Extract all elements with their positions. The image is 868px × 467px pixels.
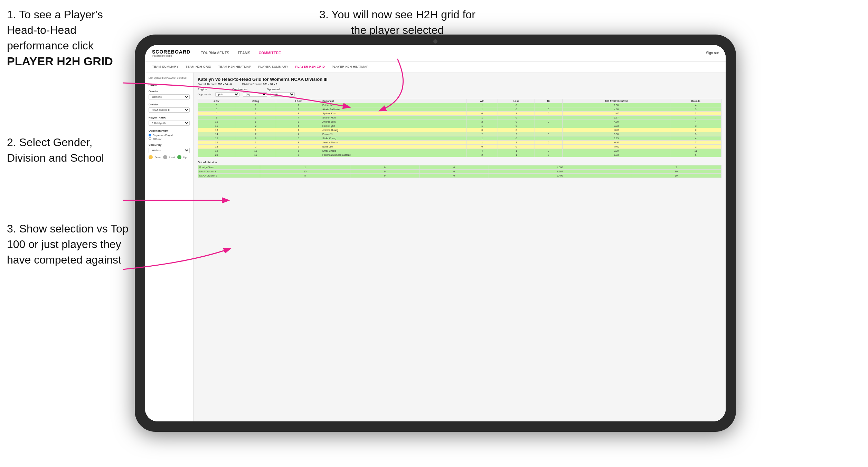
col-rounds: Rounds — [670, 99, 721, 103]
table-row: 16 1 3 Jessica Mason 1 2 0 -0.94 7 — [198, 141, 721, 145]
col-tie: Tie — [535, 99, 563, 103]
table-row: 13 1 1 Jessica Huang 0 0 -3.00 2 — [198, 128, 721, 132]
out-table-row: NAIA Division 1 15 0 0 9.267 30 — [198, 170, 721, 174]
table-row: 20 11 7 Federica Domecq Lacroze 2 1 0 1.… — [198, 153, 721, 157]
table-row: 18 2 2 Euna Lee 0 0 -5.00 2 — [198, 145, 721, 149]
filter-row: Opponents: (All) (All) (All) — [198, 92, 721, 97]
instruction-step3-top: 3. You will now see H2H grid for the pla… — [311, 7, 484, 38]
sidebar-division-label: Division — [149, 103, 190, 106]
col-opponent: Opponent — [321, 99, 466, 103]
sidebar: Last Updated: 27/03/2024 16:55:38 Player… — [145, 73, 194, 421]
tablet-device: SCOREBOARD Powered by clippd TOURNAMENTS… — [135, 35, 736, 432]
logo-text: SCOREBOARD — [152, 49, 190, 55]
opponent-view-radio-group: Opponents Played Top 100 — [149, 134, 190, 140]
sidebar-player-label: Player — [149, 83, 190, 86]
legend-up-label: Up — [183, 156, 187, 159]
filter-headers: Region Conference Opponent — [198, 88, 721, 91]
sidebar-player-section: Player — [149, 83, 190, 86]
main-content: Last Updated: 27/03/2024 16:55:38 Player… — [145, 73, 726, 421]
sidebar-colour-by-section: Colour by Win/loss Down Level Up — [149, 143, 190, 159]
col-win: Win — [466, 99, 498, 103]
sidebar-player-rank-section: Player (Rank) 8. Katelyn Vo — [149, 116, 190, 126]
opponents-label: Opponents: — [198, 93, 212, 96]
grid-title: Katelyn Vo Head-to-Head Grid for Women's… — [198, 77, 721, 82]
out-table-row: NCAA Division 2 5 0 0 7.400 10 — [198, 174, 721, 178]
right-content: Katelyn Vo Head-to-Head Grid for Women's… — [194, 73, 726, 421]
nav-links: TOURNAMENTS TEAMS COMMITTEE — [201, 51, 706, 55]
instruction-step1: 1. To see a Player's Head-to-Head perfor… — [7, 7, 131, 70]
out-table-row: Foreign Team 1 0 0 4.500 2 — [198, 165, 721, 170]
subnav-team-h2h-grid[interactable]: TEAM H2H GRID — [186, 65, 211, 68]
logo-sub: Powered by clippd — [152, 55, 190, 57]
sidebar-division-section: Division NCAA Division III — [149, 103, 190, 113]
conference-filter[interactable]: (All) — [243, 92, 267, 97]
instruction-step2: 2. Select Gender, Division and School — [7, 135, 124, 166]
radio-opponents-played[interactable]: Opponents Played — [149, 134, 190, 136]
subnav-player-h2h-heatmap[interactable]: PLAYER H2H HEATMAP — [332, 65, 368, 68]
col-conf: # Conf — [276, 99, 321, 103]
subnav-team-h2h-heatmap[interactable]: TEAM H2H HEATMAP — [218, 65, 251, 68]
sub-nav: TEAM SUMMARY TEAM H2H GRID TEAM H2H HEAT… — [145, 61, 726, 73]
table-row: 5 2 2 Alexis Sudjianto 1 0 0 4.00 3 — [198, 107, 721, 112]
nav-tournaments[interactable]: TOURNAMENTS — [201, 51, 229, 55]
division-select[interactable]: NCAA Division III — [149, 107, 190, 113]
region-filter[interactable]: (All) — [215, 92, 239, 97]
instruction-step3-bottom: 3. Show selection vs Top 100 or just pla… — [7, 221, 131, 267]
legend-level-label: Level — [169, 156, 175, 159]
legend-down-label: Down — [155, 156, 161, 159]
table-row: 10 6 3 Andrea York 2 0 0 4.00 4 — [198, 120, 721, 124]
out-of-division-table: Foreign Team 1 0 0 4.500 2 NAIA Division… — [198, 165, 721, 178]
table-row: 11 2 5 Heejo Hyun 1 0 3.33 3 — [198, 124, 721, 128]
col-div: # Div — [198, 99, 235, 103]
sidebar-gender-section: Gender Women's — [149, 90, 190, 99]
screen-content: SCOREBOARD Powered by clippd TOURNAMENTS… — [145, 45, 726, 421]
table-header-row: # Div # Reg # Conf Opponent Win Loss Tie… — [198, 99, 721, 103]
table-row: 6 3 3 Sydney Kuo 0 1 0 -1.00 3 — [198, 112, 721, 116]
nav-teams[interactable]: TEAMS — [238, 51, 251, 55]
grid-records: Overall Record: 353 - 34 - 6 Division Re… — [198, 83, 721, 86]
table-row: 9 1 4 Sharon Mun 1 0 3.67 3 — [198, 116, 721, 120]
overall-record: Overall Record: 353 - 34 - 6 — [198, 83, 232, 86]
legend-up-dot — [177, 155, 181, 159]
player-rank-select[interactable]: 8. Katelyn Vo — [149, 121, 190, 126]
nav-bar: SCOREBOARD Powered by clippd TOURNAMENTS… — [145, 45, 726, 61]
col-diff: Diff Av Strokes/Rnd — [563, 99, 670, 103]
table-row: 14 7 4 Eunice Yi 2 2 0 0.38 9 — [198, 132, 721, 136]
sidebar-opponent-view-section: Opponent view Opponents Played Top 100 — [149, 129, 190, 140]
table-row: 3 1 1 Esther Lee 1 0 1.50 4 — [198, 103, 721, 107]
nav-committee[interactable]: COMMITTEE — [259, 51, 281, 55]
sidebar-gender-label: Gender — [149, 90, 190, 93]
radio-top-100[interactable]: Top 100 — [149, 137, 190, 140]
table-row: 15 8 5 Stella Cheng 1 0 1.25 4 — [198, 136, 721, 141]
subnav-player-h2h-grid[interactable]: PLAYER H2H GRID — [295, 65, 325, 68]
sidebar-colour-by-label: Colour by — [149, 143, 190, 146]
legend-down-dot — [149, 155, 153, 159]
legend-level-dot — [163, 155, 167, 159]
col-loss: Loss — [498, 99, 535, 103]
sidebar-player-rank-label: Player (Rank) — [149, 116, 190, 119]
gender-select[interactable]: Women's — [149, 94, 190, 99]
out-of-division-label: Out of division — [198, 161, 721, 164]
colour-by-select[interactable]: Win/loss — [149, 148, 190, 153]
nav-logo: SCOREBOARD Powered by clippd — [152, 49, 190, 57]
col-reg: # Reg — [235, 99, 276, 103]
nav-sign-out[interactable]: Sign out — [706, 51, 719, 55]
colour-legend: Down Level Up — [149, 155, 190, 159]
subnav-team-summary[interactable]: TEAM SUMMARY — [152, 65, 179, 68]
sidebar-opponent-view-label: Opponent view — [149, 129, 190, 132]
camera-dot — [433, 39, 437, 44]
division-record: Division Record: 331 - 34 - 6 — [242, 83, 277, 86]
sidebar-timestamp: Last Updated: 27/03/2024 16:55:38 — [149, 77, 190, 79]
subnav-player-summary[interactable]: PLAYER SUMMARY — [258, 65, 288, 68]
opponent-filter[interactable]: (All) — [271, 92, 295, 97]
h2h-grid-table: # Div # Reg # Conf Opponent Win Loss Tie… — [198, 99, 721, 157]
tablet-screen: SCOREBOARD Powered by clippd TOURNAMENTS… — [145, 45, 726, 421]
table-row: 19 10 6 Emily Chang 4 1 0 0.30 11 — [198, 149, 721, 153]
